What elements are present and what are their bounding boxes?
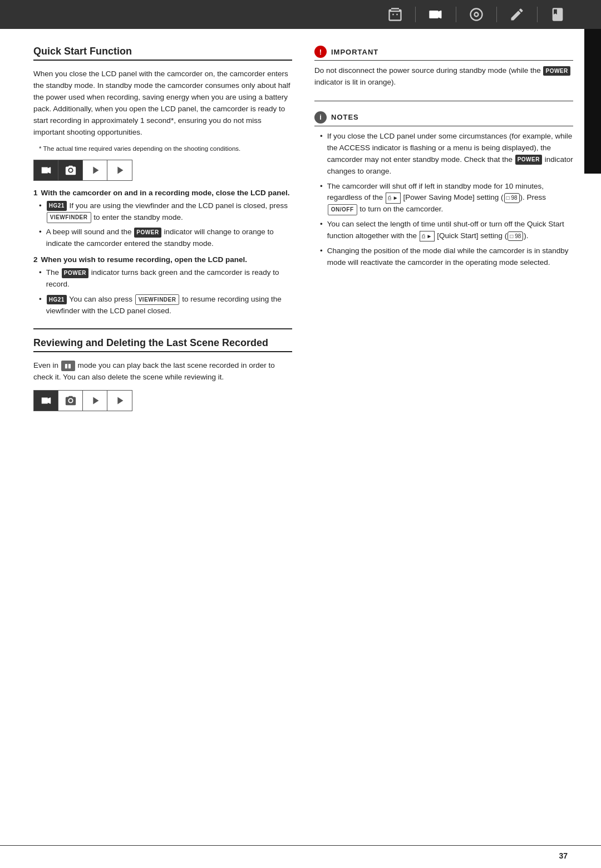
divider-4 <box>537 7 538 22</box>
to-word: to <box>273 268 279 277</box>
note-1: If you close the LCD panel under some ci… <box>314 131 573 177</box>
step-2-bullet-2: HG21 You can also press VIEWFINDER to re… <box>33 294 292 317</box>
notes-icon: i <box>314 111 327 124</box>
important-label: IMPORTANT <box>331 48 378 56</box>
page-number: 37 <box>559 851 568 860</box>
power-save-ref: ⎙ ► <box>386 193 401 204</box>
note-2: The camcorder will shut off if left in s… <box>314 181 573 216</box>
step-2-bullets: The POWER indicator turns back green and… <box>33 267 292 317</box>
quick-start-heading: Quick Start Function <box>33 46 292 61</box>
mode-video-active <box>34 160 58 180</box>
mode-photo-active <box>58 160 83 180</box>
note-4: Changing the position of the mode dial w… <box>314 245 573 269</box>
divider-3 <box>496 7 497 22</box>
reviewing-title: Reviewing and Deleting the Last Scene Re… <box>33 337 292 349</box>
step-1-title: 1 With the camcorder on and in a recordi… <box>33 189 292 197</box>
right-side-bar <box>584 29 601 174</box>
mode-play-2 <box>83 391 107 411</box>
ref-98-2: □ 98 <box>508 231 523 241</box>
camera-icon <box>426 4 446 24</box>
disc-icon <box>466 4 486 24</box>
note-4-text: Changing the position of the mode dial w… <box>327 245 573 269</box>
important-body: Do not disconnect the power source durin… <box>314 65 573 88</box>
step-2: 2 When you wish to resume recording, ope… <box>33 255 292 317</box>
step-2-text: When you wish to resume recording, open … <box>41 255 248 264</box>
divider-2 <box>456 7 456 22</box>
notes-header: i NOTES <box>314 111 573 126</box>
mode-icons-row-2 <box>33 390 132 411</box>
onoff-badge: ON/OFF <box>328 204 357 215</box>
mode-photo-2 <box>58 391 83 411</box>
section-divider <box>33 328 292 329</box>
ref-98-1: □ 98 <box>504 193 520 203</box>
step-2-bullet-1: The POWER indicator turns back green and… <box>33 267 292 290</box>
mode-playback2 <box>107 160 132 180</box>
reviewing-heading: Reviewing and Deleting the Last Scene Re… <box>33 337 292 352</box>
step-1-text: With the camcorder on and in a recording… <box>41 189 290 197</box>
step-1-num: 1 <box>33 189 38 197</box>
right-column: ! IMPORTANT Do not disconnect the power … <box>314 46 573 419</box>
important-box: ! IMPORTANT Do not disconnect the power … <box>314 46 573 101</box>
note-3: You can select the length of time until … <box>314 219 573 242</box>
footnote: * The actual time required varies depend… <box>33 144 292 153</box>
step-2-num: 2 <box>33 255 38 264</box>
power-badge-imp: POWER <box>543 66 570 76</box>
step-1-bullet-1: HG21 If you are using the viewfinder and… <box>33 200 292 224</box>
mode-video-active-2 <box>34 391 58 411</box>
notes-bullets: If you close the LCD panel under some ci… <box>314 131 573 269</box>
mode-playback <box>83 160 107 180</box>
main-content: Quick Start Function When you close the … <box>0 29 601 441</box>
power-badge-2: POWER <box>62 268 88 278</box>
divider-1 <box>415 7 416 22</box>
reviewing-body: Even in ▮▮ mode you can play back the la… <box>33 360 292 383</box>
quick-start-title: Quick Start Function <box>33 46 292 57</box>
mode-icons-row-1 <box>33 160 132 181</box>
edit-icon <box>507 4 527 24</box>
important-icon: ! <box>314 46 327 58</box>
mode-play-3 <box>107 391 132 411</box>
step-1-bullet-2: A beep will sound and the POWER indicato… <box>33 226 292 250</box>
book-icon <box>548 4 568 24</box>
important-header: ! IMPORTANT <box>314 46 573 61</box>
quick-start-body: When you close the LCD panel with the ca… <box>33 68 292 139</box>
power-badge-1: POWER <box>134 228 161 238</box>
viewfinder-badge-1: VIEWFINDER <box>47 212 91 223</box>
viewfinder-badge-2: VIEWFINDER <box>135 294 180 305</box>
step-1: 1 With the camcorder on and in a recordi… <box>33 189 292 250</box>
step-1-bullets: HG21 If you are using the viewfinder and… <box>33 200 292 250</box>
left-column: Quick Start Function When you close the … <box>33 46 292 419</box>
notes-label: NOTES <box>331 113 359 121</box>
step-2-title: 2 When you wish to resume recording, ope… <box>33 255 292 264</box>
hg21-badge-2: HG21 <box>47 295 67 305</box>
top-icons <box>385 4 568 24</box>
video-mode-badge: ▮▮ <box>61 361 75 372</box>
power-badge-note1: POWER <box>515 155 542 165</box>
top-bar <box>0 0 601 29</box>
hg21-badge-1: HG21 <box>47 201 67 211</box>
bag-icon <box>385 4 405 24</box>
bottom-rule <box>0 845 601 846</box>
quick-start-ref: ⎙ ► <box>420 231 435 242</box>
notes-box: i NOTES If you close the LCD panel under… <box>314 111 573 269</box>
